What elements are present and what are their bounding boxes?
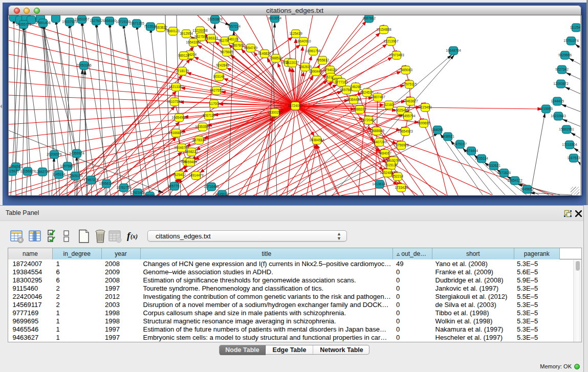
svg-text:9245652: 9245652	[520, 187, 534, 191]
svg-text:14136141: 14136141	[372, 182, 387, 186]
svg-text:14055713: 14055713	[16, 23, 31, 26]
svg-text:10975857: 10975857	[60, 164, 75, 168]
svg-text:10654122: 10654122	[507, 179, 522, 182]
svg-text:3822037: 3822037	[286, 61, 299, 64]
svg-text:10671355: 10671355	[129, 21, 144, 25]
svg-text:1145194: 1145194	[52, 172, 66, 176]
svg-text:19654923: 19654923	[398, 129, 413, 133]
svg-text:7625402: 7625402	[172, 173, 186, 177]
svg-text:3267110: 3267110	[202, 114, 215, 117]
svg-text:9777169: 9777169	[335, 80, 348, 84]
svg-text:10688609: 10688609	[369, 129, 384, 133]
svg-text:9245012: 9245012	[215, 192, 229, 195]
svg-text:7386372: 7386372	[353, 107, 366, 111]
svg-text:9115460: 9115460	[419, 105, 432, 109]
svg-text:17016504: 17016504	[562, 143, 577, 146]
svg-text:19384554: 19384554	[309, 138, 324, 142]
svg-text:20053346: 20053346	[76, 63, 92, 67]
svg-text:10154838: 10154838	[376, 28, 391, 31]
svg-text:1167533: 1167533	[567, 156, 580, 160]
svg-text:12213967: 12213967	[383, 39, 399, 43]
svg-text:16648784: 16648784	[446, 49, 461, 52]
svg-text:17975115: 17975115	[402, 82, 417, 86]
svg-text:10025438: 10025438	[394, 108, 409, 112]
svg-text:8471626: 8471626	[497, 171, 511, 174]
svg-text:10807487: 10807487	[370, 95, 385, 99]
svg-text:18407249: 18407249	[372, 140, 387, 144]
svg-text:9242848: 9242848	[216, 63, 229, 67]
svg-text:546123: 546123	[227, 37, 238, 41]
svg-text:13495794: 13495794	[400, 114, 416, 118]
svg-text:9329966: 9329966	[558, 53, 572, 57]
svg-text:10973493: 10973493	[389, 53, 404, 57]
svg-text:16543362: 16543362	[186, 40, 201, 44]
svg-text:12842737: 12842737	[35, 170, 50, 173]
svg-text:9146821: 9146821	[258, 52, 271, 55]
svg-text:16107553: 16107553	[167, 100, 182, 103]
svg-text:3915931: 3915931	[9, 169, 19, 173]
svg-text:2935114: 2935114	[475, 157, 488, 160]
svg-text:7632621: 7632621	[487, 164, 500, 167]
svg-text:8454749: 8454749	[244, 46, 257, 50]
svg-text:11700: 11700	[209, 102, 219, 105]
svg-text:18300295: 18300295	[267, 111, 282, 114]
svg-text:20691406: 20691406	[35, 21, 51, 25]
svg-text:9474444: 9474444	[465, 149, 478, 152]
svg-text:10958117: 10958117	[99, 182, 114, 185]
svg-text:7955812: 7955812	[316, 58, 329, 62]
svg-text:16654963: 16654963	[171, 116, 187, 119]
svg-text:8990448: 8990448	[309, 70, 322, 73]
svg-text:12923468: 12923468	[130, 191, 145, 194]
svg-text:12505135: 12505135	[68, 174, 83, 178]
svg-text:7485063: 7485063	[399, 68, 412, 72]
svg-text:2687682: 2687682	[362, 16, 376, 20]
svg-text:1615132: 1615132	[384, 163, 398, 167]
svg-text:9484067: 9484067	[378, 151, 391, 155]
svg-text:13353594: 13353594	[195, 125, 210, 128]
svg-text:16053809: 16053809	[207, 17, 223, 21]
svg-text:10653267: 10653267	[74, 17, 90, 21]
svg-text:6794028: 6794028	[323, 68, 337, 72]
svg-text:9660123: 9660123	[166, 29, 180, 33]
svg-text:8878334: 8878334	[192, 138, 206, 142]
svg-text:12156829: 12156829	[20, 169, 35, 173]
svg-text:1733426: 1733426	[395, 186, 408, 189]
svg-text:14463627: 14463627	[403, 99, 418, 103]
svg-text:8938921: 8938921	[441, 135, 454, 138]
svg-text:15692951: 15692951	[559, 127, 574, 131]
svg-text:8427552: 8427552	[210, 89, 223, 92]
svg-text:7663822: 7663822	[154, 26, 167, 29]
svg-text:6479197: 6479197	[453, 142, 467, 146]
svg-text:12213382: 12213382	[168, 85, 184, 89]
svg-text:(x): (x)	[130, 233, 138, 240]
svg-text:9227342: 9227342	[555, 68, 569, 71]
svg-text:3912954: 3912954	[180, 32, 193, 35]
svg-text:12093872: 12093872	[553, 82, 569, 85]
svg-text:17359924: 17359924	[69, 151, 84, 155]
svg-text:1362615: 1362615	[298, 65, 312, 69]
svg-text:13524851: 13524851	[380, 171, 395, 174]
svg-text:79756928: 79756928	[394, 143, 409, 147]
svg-text:8123: 8123	[146, 194, 154, 195]
svg-text:16782759: 16782759	[116, 186, 132, 189]
svg-text:62160: 62160	[384, 103, 394, 106]
svg-text:3215955: 3215955	[539, 107, 553, 111]
svg-text:6466160: 6466160	[103, 19, 116, 23]
svg-text:1588520: 1588520	[269, 56, 282, 60]
svg-text:18724007: 18724007	[288, 104, 303, 107]
svg-text:5498222: 5498222	[185, 150, 198, 154]
svg-text:7357224: 7357224	[227, 25, 241, 28]
svg-text:2867608: 2867608	[231, 43, 245, 47]
svg-text:9459489: 9459489	[184, 160, 197, 164]
svg-text:16210643: 16210643	[551, 114, 566, 118]
svg-text:989124: 989124	[178, 54, 189, 57]
svg-text:1125419: 1125419	[289, 32, 302, 35]
svg-text:2718179: 2718179	[176, 69, 189, 73]
svg-text:164095: 164095	[432, 128, 443, 132]
svg-text:15751074: 15751074	[563, 39, 579, 42]
svg-text:1527602: 1527602	[90, 19, 103, 23]
svg-text:16914479: 16914479	[188, 173, 204, 177]
svg-text:5875685: 5875685	[220, 50, 233, 54]
svg-text:9857791: 9857791	[168, 184, 181, 188]
svg-text:15720407: 15720407	[361, 118, 376, 122]
